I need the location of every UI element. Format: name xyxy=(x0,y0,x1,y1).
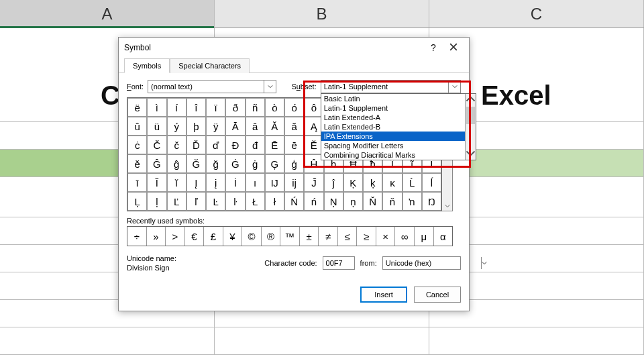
symbol-cell[interactable]: Ĺ xyxy=(402,173,422,192)
recent-symbol[interactable]: ∞ xyxy=(395,227,415,246)
symbol-cell[interactable]: í xyxy=(167,98,186,117)
symbol-cell[interactable]: ñ xyxy=(246,98,265,117)
font-input[interactable] xyxy=(148,81,264,93)
symbol-cell[interactable]: þ xyxy=(186,117,206,136)
symbol-cell[interactable]: ġ xyxy=(246,154,265,173)
symbol-cell[interactable]: Į xyxy=(186,173,206,192)
symbol-cell[interactable]: ğ xyxy=(206,154,225,173)
symbol-cell[interactable]: Ł xyxy=(246,192,265,211)
symbol-cell[interactable]: ċ xyxy=(127,136,147,154)
symbol-cell[interactable]: Ń xyxy=(284,192,304,211)
symbol-cell[interactable]: ļ xyxy=(147,192,166,211)
symbol-cell[interactable]: ó xyxy=(284,98,304,117)
subset-dropdown-arrow[interactable] xyxy=(448,81,460,93)
symbol-cell[interactable]: î xyxy=(186,98,206,117)
col-header-a[interactable]: A xyxy=(0,0,215,28)
symbol-cell[interactable]: ņ xyxy=(343,192,363,211)
symbol-cell[interactable]: ň xyxy=(382,192,402,211)
tab-special-characters[interactable]: Special Characters xyxy=(170,58,250,73)
symbol-cell[interactable]: ì xyxy=(147,98,166,117)
symbol-cell[interactable]: ï xyxy=(206,98,225,117)
col-header-b[interactable]: B xyxy=(215,0,429,28)
symbol-cell[interactable]: Ĳ xyxy=(265,173,284,192)
close-button[interactable] xyxy=(443,42,464,53)
subset-option[interactable]: Basic Latin xyxy=(321,94,465,103)
font-combo[interactable] xyxy=(148,80,276,93)
cancel-button[interactable]: Cancel xyxy=(414,287,461,303)
symbol-cell[interactable]: Ņ xyxy=(324,192,343,211)
recent-symbol[interactable]: μ xyxy=(415,227,434,246)
symbol-cell[interactable]: Ĭ xyxy=(147,173,166,192)
symbol-cell[interactable]: đ xyxy=(246,136,265,154)
symbol-cell[interactable]: ĭ xyxy=(167,173,186,192)
symbol-cell[interactable]: ĝ xyxy=(167,154,186,173)
from-combo[interactable] xyxy=(382,256,461,270)
symbol-cell[interactable]: ď xyxy=(206,136,225,154)
col-header-c[interactable]: C xyxy=(429,0,644,28)
from-input[interactable] xyxy=(383,257,481,269)
recent-symbol[interactable]: ® xyxy=(262,227,281,246)
subset-option[interactable]: Combining Diacritical Marks xyxy=(321,150,465,160)
symbol-cell[interactable]: Č xyxy=(147,136,166,154)
symbol-cell[interactable]: Ğ xyxy=(186,154,206,173)
symbol-cell[interactable]: ē xyxy=(284,136,304,154)
recent-symbol[interactable]: ¥ xyxy=(223,227,243,246)
recent-symbol[interactable]: ± xyxy=(300,227,319,246)
subset-option[interactable]: Latin Extended-B xyxy=(321,122,465,132)
recent-symbol[interactable]: © xyxy=(242,227,262,246)
recent-symbol[interactable]: » xyxy=(147,227,166,246)
subset-dropdown-scrollbar[interactable] xyxy=(465,94,476,160)
symbol-cell[interactable]: ā xyxy=(246,117,265,136)
recent-symbol[interactable]: ™ xyxy=(280,227,300,246)
symbol-cell[interactable]: ě xyxy=(127,154,147,173)
subset-option[interactable]: Spacing Modifier Letters xyxy=(321,141,465,150)
symbol-cell[interactable]: Ď xyxy=(186,136,206,154)
symbol-cell[interactable]: ŉ xyxy=(402,192,422,211)
symbol-cell[interactable]: ò xyxy=(265,98,284,117)
subset-combo[interactable] xyxy=(321,80,461,93)
symbol-cell[interactable]: ī xyxy=(127,173,147,192)
recent-symbol[interactable]: × xyxy=(376,227,396,246)
symbol-cell[interactable]: ģ xyxy=(284,154,304,173)
tab-symbols[interactable]: Symbols xyxy=(124,58,170,73)
symbol-cell[interactable]: Ģ xyxy=(265,154,284,173)
symbol-cell[interactable]: ĺ xyxy=(422,173,441,192)
symbol-cell[interactable]: ÿ xyxy=(206,117,225,136)
symbol-cell[interactable]: İ xyxy=(225,173,245,192)
symbol-cell[interactable]: ķ xyxy=(363,173,382,192)
recent-symbol[interactable]: α xyxy=(434,227,453,246)
symbol-cell[interactable]: ı xyxy=(246,173,265,192)
symbol-cell[interactable]: Đ xyxy=(225,136,245,154)
symbol-cell[interactable]: ľ xyxy=(186,192,206,211)
symbol-cell[interactable]: Ē xyxy=(265,136,284,154)
recent-symbol[interactable]: ≥ xyxy=(357,227,376,246)
symbol-cell[interactable]: ĵ xyxy=(324,173,343,192)
symbol-cell[interactable]: č xyxy=(167,136,186,154)
symbol-cell[interactable]: ü xyxy=(147,117,166,136)
symbol-cell[interactable]: Ġ xyxy=(225,154,245,173)
help-button[interactable]: ? xyxy=(423,42,443,53)
symbol-cell[interactable]: Ā xyxy=(225,117,245,136)
recent-symbol[interactable]: € xyxy=(185,227,205,246)
recent-symbol[interactable]: ÷ xyxy=(127,227,147,246)
recent-symbol[interactable]: £ xyxy=(204,227,223,246)
symbol-cell[interactable]: Ľ xyxy=(167,192,186,211)
symbol-cell[interactable]: ë xyxy=(127,98,147,117)
subset-option[interactable]: Latin Extended-A xyxy=(321,113,465,122)
insert-button[interactable]: Insert xyxy=(360,287,407,303)
symbol-cell[interactable]: Ķ xyxy=(343,173,363,192)
symbol-cell[interactable]: ĳ xyxy=(284,173,304,192)
symbol-cell[interactable]: Ŋ xyxy=(422,192,441,211)
symbol-cell[interactable]: Ă xyxy=(265,117,284,136)
recent-symbol[interactable]: ≤ xyxy=(338,227,358,246)
symbol-cell[interactable]: Ĝ xyxy=(147,154,166,173)
symbol-cell[interactable]: ŀ xyxy=(225,192,245,211)
symbol-cell[interactable]: į xyxy=(206,173,225,192)
symbol-cell[interactable]: ĸ xyxy=(382,173,402,192)
symbol-cell[interactable]: Ň xyxy=(363,192,382,211)
symbol-cell[interactable]: Ŀ xyxy=(206,192,225,211)
subset-input[interactable] xyxy=(321,81,448,93)
recent-symbol[interactable]: ≠ xyxy=(319,227,338,246)
symbol-cell[interactable]: Ĵ xyxy=(304,173,323,192)
symbol-cell[interactable]: ń xyxy=(304,192,323,211)
